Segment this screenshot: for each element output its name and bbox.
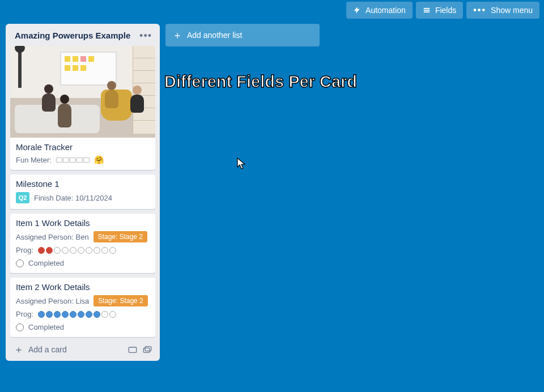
- show-menu-label: Show menu: [491, 6, 533, 15]
- list-header: Amazing Powerups Example •••: [10, 28, 155, 41]
- add-list-label: Add another list: [187, 31, 242, 40]
- card-title: Morale Tracker: [16, 142, 150, 152]
- completed-field: Completed: [16, 258, 150, 267]
- card-morale[interactable]: Morale Tracker Fun Meter: 🤗: [10, 46, 155, 170]
- svg-rect-0: [129, 347, 136, 352]
- progress-label: Prog:: [16, 246, 33, 254]
- list-menu-button[interactable]: •••: [139, 33, 152, 39]
- add-list-button[interactable]: ＋ Add another list: [165, 24, 320, 46]
- fun-meter-field: Fun Meter: 🤗: [16, 155, 150, 164]
- plus-icon: ＋: [172, 31, 182, 39]
- svg-rect-1: [145, 347, 151, 351]
- fields-button[interactable]: Fields: [416, 2, 463, 19]
- list-title[interactable]: Amazing Powerups Example: [15, 31, 130, 40]
- completed-field: Completed: [16, 322, 150, 331]
- card-milestone[interactable]: Milestone 1 Q2 Finish Date: 10/11/2024: [10, 174, 155, 209]
- progress-dots: [38, 247, 116, 254]
- finish-date-field: Finish Date: 10/11/2024: [34, 194, 112, 202]
- list-footer: ＋ Add a card: [10, 342, 155, 356]
- milestone-fields: Q2 Finish Date: 10/11/2024: [16, 192, 150, 203]
- board-canvas: Automation Fields ••• Show menu Amazing …: [0, 0, 544, 392]
- quarter-badge: Q2: [16, 192, 29, 203]
- fields-label: Fields: [435, 6, 456, 15]
- add-card-label: Add a card: [28, 345, 67, 354]
- fun-meter-emoji: 🤗: [94, 155, 104, 164]
- fields-icon: [423, 6, 431, 14]
- card-item2[interactable]: Item 2 Work Details Assigned Person: Lis…: [10, 278, 155, 337]
- progress-label: Prog:: [16, 310, 33, 318]
- completed-label: Completed: [28, 259, 64, 267]
- automation-label: Automation: [366, 6, 406, 15]
- completed-label: Completed: [28, 323, 64, 331]
- checkbox-icon: [16, 259, 24, 267]
- lightning-icon: [353, 6, 361, 14]
- card-title: Milestone 1: [16, 179, 150, 189]
- card-stack-icon[interactable]: [143, 346, 152, 353]
- add-card-button[interactable]: ＋ Add a card: [14, 345, 67, 354]
- show-menu-button[interactable]: ••• Show menu: [466, 2, 539, 19]
- board-topbar: Automation Fields ••• Show menu: [0, 0, 544, 20]
- fun-meter-boxes: [56, 157, 90, 163]
- automation-button[interactable]: Automation: [346, 2, 413, 19]
- card-item1[interactable]: Item 1 Work Details Assigned Person: Ben…: [10, 214, 155, 273]
- stage-badge: Stage: Stage 2: [94, 295, 147, 306]
- checkbox-icon: [16, 323, 24, 331]
- plus-icon: ＋: [14, 346, 24, 353]
- lists-row: Amazing Powerups Example •••: [0, 20, 544, 364]
- template-icon[interactable]: [128, 346, 137, 353]
- card-cover-image: [10, 46, 155, 138]
- card-title: Item 2 Work Details: [16, 282, 150, 292]
- fun-meter-label: Fun Meter:: [16, 156, 52, 164]
- svg-rect-2: [143, 348, 150, 352]
- more-icon: •••: [473, 8, 486, 12]
- stage-badge: Stage: Stage 2: [94, 231, 147, 242]
- list: Amazing Powerups Example •••: [6, 24, 160, 361]
- progress-dots: [38, 311, 116, 318]
- assigned-person-field: Assigned Person: Ben: [16, 233, 89, 241]
- assigned-person-field: Assigned Person: Lisa: [16, 297, 89, 305]
- card-title: Item 1 Work Details: [16, 218, 150, 228]
